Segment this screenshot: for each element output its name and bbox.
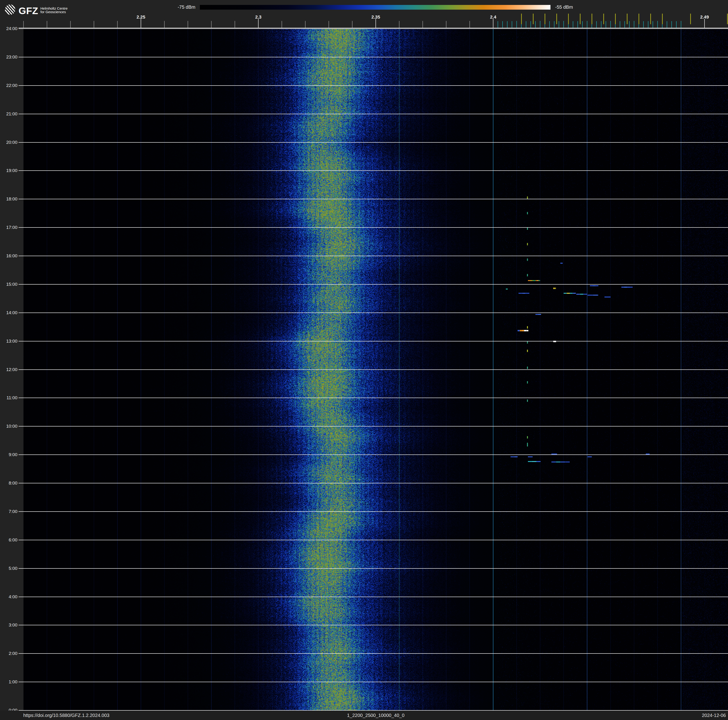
time-label: 19:00 (0, 168, 17, 173)
hour-gridline (18, 625, 728, 625)
wifi-channel-tick (544, 14, 545, 24)
wifi-channel-tick (727, 14, 728, 24)
freq-minor-tick (329, 21, 329, 28)
ble-channel-tick (657, 21, 658, 28)
ble-channel-tick (681, 21, 681, 28)
freq-tick-label: 2.49 (695, 15, 714, 20)
hour-gridline (18, 682, 728, 682)
freq-minor-tick (305, 21, 306, 28)
wifi-channel-tick (592, 14, 592, 24)
ble-channel-tick (554, 21, 554, 28)
ble-channel-tick (549, 21, 550, 28)
colorbar-min-label: -75 dBm (141, 4, 196, 10)
time-label: 9:00 (0, 452, 17, 457)
colorbar (200, 5, 551, 10)
freq-tick-label: 2.35 (366, 15, 385, 20)
ble-channel-tick (620, 21, 620, 28)
hour-gridline (18, 57, 728, 57)
ble-channel-tick (582, 21, 583, 28)
freq-minor-tick (94, 21, 94, 28)
time-label: 18:00 (0, 196, 17, 202)
ble-channel-tick (634, 21, 634, 28)
freq-minor-tick (422, 21, 423, 28)
ble-channel-tick (610, 21, 611, 28)
time-label: 23:00 (0, 55, 17, 60)
time-label: 22:00 (0, 83, 17, 88)
wifi-channel-tick (639, 14, 639, 24)
ble-channel-tick (526, 21, 526, 28)
freq-tick-label: 2.4 (484, 15, 503, 20)
ble-channel-tick (624, 21, 625, 28)
hour-gridline (18, 398, 728, 398)
wifi-channel-tick (627, 14, 627, 24)
freq-major-tick (376, 19, 376, 28)
ble-channel-tick (578, 21, 578, 28)
org-name: Helmholtz Centre for Geosciences (40, 6, 67, 14)
hour-gridline (18, 28, 728, 29)
time-label: 7:00 (0, 509, 17, 514)
hour-gridline (18, 341, 728, 342)
footer-bar: https://doi.org/10.5880/GFZ.1.2.2024.003… (0, 711, 728, 720)
freq-minor-tick (23, 21, 24, 28)
time-label: 16:00 (0, 253, 17, 259)
ble-channel-tick (587, 21, 587, 28)
freq-minor-tick (164, 21, 165, 28)
hour-gridline (18, 511, 728, 512)
wifi-channel-tick (556, 14, 557, 24)
ble-channel-tick (606, 21, 606, 28)
freq-major-tick (258, 19, 258, 28)
hour-gridline (18, 142, 728, 142)
ble-channel-tick (676, 21, 677, 28)
freq-minor-tick (235, 21, 235, 28)
time-label: 21:00 (0, 111, 17, 116)
wifi-channel-tick (568, 14, 569, 24)
ble-channel-tick (516, 21, 517, 28)
time-label: 2:00 (0, 651, 17, 656)
freq-minor-tick (211, 21, 212, 28)
ble-channel-tick (596, 21, 597, 28)
freq-tick-label: 2.3 (249, 15, 268, 20)
ble-channel-tick (535, 21, 536, 28)
wifi-channel-tick (615, 14, 616, 24)
hour-gridline (18, 227, 728, 228)
brand-text: GFZ (18, 5, 38, 17)
freq-minor-tick (470, 21, 470, 28)
freq-minor-tick (399, 21, 399, 28)
wifi-channel-tick (650, 14, 651, 24)
ble-channel-tick (540, 21, 540, 28)
wifi-channel-tick (533, 14, 534, 24)
time-label: 17:00 (0, 225, 17, 230)
freq-minor-tick (281, 21, 282, 28)
hour-gridline (18, 568, 728, 569)
org-name-line1: Helmholtz Centre (40, 6, 67, 10)
freq-minor-tick (446, 21, 447, 28)
header-bar: GFZ Helmholtz Centre for Geosciences -75… (0, 0, 728, 29)
time-label: 3:00 (0, 622, 17, 628)
freq-major-tick (141, 19, 141, 28)
hour-gridline (18, 483, 728, 483)
hour-gridline (18, 597, 728, 597)
time-label: 6:00 (0, 538, 17, 542)
freq-major-tick (493, 19, 493, 28)
ble-channel-tick (507, 21, 508, 28)
freq-minor-tick (352, 21, 352, 28)
ble-channel-tick (667, 21, 667, 28)
freq-minor-tick (117, 21, 118, 28)
frequency-axis-line (18, 28, 728, 28)
ble-channel-tick (573, 21, 573, 28)
ble-channel-tick (671, 21, 672, 28)
gfz-logo-icon (5, 5, 15, 15)
ble-channel-tick (502, 21, 503, 28)
wifi-channel-tick (690, 14, 691, 24)
time-label: 15:00 (0, 282, 17, 287)
org-name-line2: for Geosciences (40, 10, 67, 14)
hour-gridline (18, 455, 728, 455)
hour-gridline (18, 426, 728, 426)
hour-gridline (18, 313, 728, 313)
wifi-channel-tick (580, 14, 581, 24)
ble-channel-tick (648, 21, 648, 28)
time-label: 5:00 (0, 566, 17, 571)
ble-channel-tick (629, 21, 630, 28)
hour-gridline (18, 199, 728, 199)
hour-gridline (18, 170, 728, 171)
